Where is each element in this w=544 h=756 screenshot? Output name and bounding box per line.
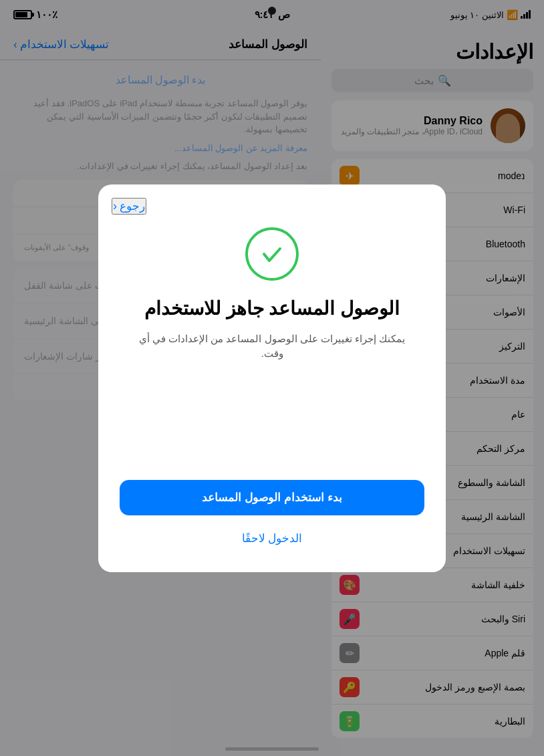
start-guided-access-button[interactable]: بدء استخدام الوصول المساعد bbox=[120, 480, 424, 515]
back-chevron-icon: › bbox=[113, 199, 117, 213]
modal-subtitle: يمكنك إجراء تغييرات على الوصول المساعد م… bbox=[120, 332, 424, 362]
modal-overlay: › رجوع الوصول المساعد جاهز للاستخدام يمك… bbox=[0, 0, 544, 756]
checkmark-svg bbox=[259, 241, 285, 267]
modal-title: الوصول المساعد جاهز للاستخدام bbox=[144, 297, 400, 321]
modal-card: › رجوع الوصول المساعد جاهز للاستخدام يمك… bbox=[98, 184, 446, 572]
modal-back-label: رجوع bbox=[120, 199, 145, 213]
modal-back-button[interactable]: › رجوع bbox=[112, 198, 146, 215]
modal-checkmark bbox=[245, 227, 299, 281]
home-indicator bbox=[225, 747, 319, 751]
enter-later-button[interactable]: الدخول لاحقًا bbox=[237, 526, 308, 551]
